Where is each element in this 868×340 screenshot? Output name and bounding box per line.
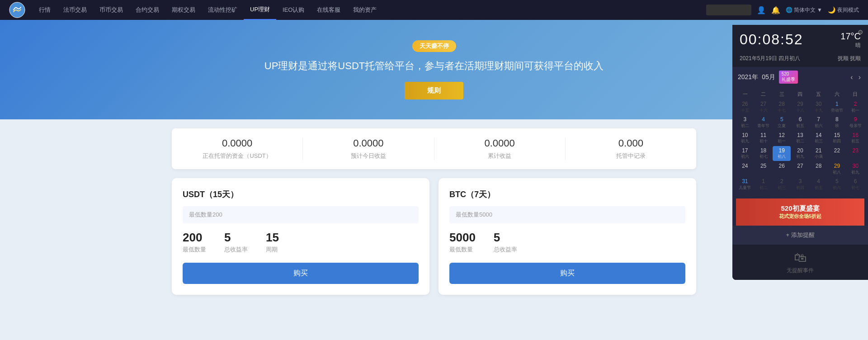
nav-item-up-finance[interactable]: UP理财 — [244, 0, 276, 20]
calendar-day[interactable]: 23 — [846, 146, 864, 161]
calendar-day[interactable]: 8班 — [828, 115, 846, 130]
calendar-day[interactable]: 27 — [791, 161, 809, 176]
product-usdt: USDT（15天） 最低数量200 200 最低数量 5 总收益率 15 周期 … — [172, 178, 429, 295]
nav-item-assets[interactable]: 我的资产 — [347, 0, 383, 20]
nav-user-placeholder — [706, 5, 751, 15]
calendar-day[interactable]: 12初一 — [773, 131, 791, 146]
events-section: 🛍 无提醒事件 — [732, 245, 868, 280]
stat-label-today: 预计今日收益 — [303, 152, 434, 160]
calendar-day[interactable]: 4初五 — [810, 177, 828, 192]
month-label: 2021年 05月 520礼盛季 — [738, 71, 798, 84]
weekday-mon: 一 — [736, 91, 755, 98]
usdt-yield-value: 5 — [224, 231, 248, 245]
nav-item-market[interactable]: 行情 — [33, 0, 57, 20]
nav-item-spot[interactable]: 币币交易 — [93, 0, 129, 20]
night-mode-toggle[interactable]: 🌙 夜间模式 — [828, 6, 859, 14]
calendar-day[interactable]: 21小满 — [810, 146, 828, 161]
promotion-badge: 520礼盛季 — [779, 71, 798, 84]
nav-item-fiat[interactable]: 法币交易 — [57, 0, 93, 20]
calendar-day[interactable]: 24 — [736, 161, 754, 176]
calendar-day[interactable]: 30初九 — [846, 161, 864, 176]
products-section: USDT（15天） 最低数量200 200 最低数量 5 总收益率 15 周期 … — [172, 178, 696, 295]
nav-item-liquidity[interactable]: 流动性挖矿 — [202, 0, 244, 20]
calendar-day[interactable]: 5立夏 — [773, 115, 791, 130]
btc-yield-label: 总收益率 — [494, 246, 517, 254]
location-text: 抚顺 抚顺 — [838, 55, 861, 62]
stat-total-income: 0.0000 累计收益 — [434, 137, 566, 160]
calendar-day[interactable]: 3初二 — [736, 115, 754, 130]
volume-icon[interactable]: 🔔 — [771, 6, 780, 14]
btc-stat-yield: 5 总收益率 — [494, 231, 517, 254]
stat-value-records: 0.000 — [566, 137, 696, 149]
calendar-day[interactable]: 1劳动节 — [828, 99, 846, 114]
stat-value-today: 0.0000 — [303, 137, 434, 149]
calendar-day[interactable]: 20初九 — [791, 146, 809, 161]
product-btc-min-hint: 最低数量5000 — [449, 206, 685, 223]
calendar-day[interactable]: 29十八 — [791, 99, 809, 114]
calendar-day[interactable]: 26十五 — [736, 99, 754, 114]
calendar-day[interactable]: 25 — [755, 161, 773, 176]
calendar-day[interactable]: 5初六 — [828, 177, 846, 192]
calendar-widget: ⚙ 00:08:52 17°C 晴 2021年5月19日 四月初八 抚顺 抚顺 … — [732, 25, 868, 280]
promotional-banner[interactable]: 520初夏盛宴 花式宠你全场5折起 — [736, 198, 864, 226]
stats-bar: 0.0000 正在托管的资金（USDT） 0.0000 预计今日收益 0.000… — [172, 128, 696, 169]
buy-usdt-button[interactable]: 购买 — [183, 263, 419, 284]
calendar-day[interactable]: 6初五 — [791, 115, 809, 130]
calendar-day[interactable]: 29初八 — [828, 161, 846, 176]
btc-yield-value: 5 — [494, 231, 517, 245]
calendar-day[interactable]: 28 — [810, 161, 828, 176]
calendar-header: 00:08:52 17°C 晴 — [732, 25, 868, 53]
rules-button[interactable]: 规则 — [405, 82, 463, 99]
calendar-day[interactable]: 18初七 — [755, 146, 773, 161]
calendar-day[interactable]: 17初六 — [736, 146, 754, 161]
calendar-day[interactable]: 28十七 — [773, 99, 791, 114]
nav-right: 👤 🔔 🌐 简体中文 ▼ 🌙 夜间模式 — [706, 5, 859, 15]
calendar-day[interactable]: 7初六 — [810, 115, 828, 130]
buy-btc-button[interactable]: 购买 — [449, 263, 685, 284]
calendar-day[interactable]: 1初二 — [755, 177, 773, 192]
calendar-day[interactable]: 13初二 — [791, 131, 809, 146]
product-usdt-title: USDT（15天） — [183, 189, 419, 200]
usdt-stat-yield: 5 总收益率 — [224, 231, 248, 254]
calendar-day[interactable]: 3初四 — [791, 177, 809, 192]
nav-items: 行情 法币交易 币币交易 合约交易 期权交易 流动性挖矿 UP理财 IEO认购 … — [33, 0, 706, 20]
calendar-day[interactable]: 10初九 — [736, 131, 754, 146]
calendar-day[interactable]: 31儿童节 — [736, 177, 754, 192]
calendar-day[interactable]: 22 — [828, 146, 846, 161]
calendar-day[interactable]: 30十九 — [810, 99, 828, 114]
usdt-yield-label: 总收益率 — [224, 246, 248, 254]
banner-text: 520初夏盛宴 花式宠你全场5折起 — [779, 203, 821, 220]
weather-description: 晴 — [840, 42, 861, 49]
calendar-day[interactable]: 27十六 — [755, 99, 773, 114]
calendar-day[interactable]: 11初十 — [755, 131, 773, 146]
next-month-button[interactable]: › — [857, 73, 863, 81]
logo[interactable] — [9, 2, 25, 18]
product-usdt-min-hint: 最低数量200 — [183, 206, 419, 223]
calendar-day[interactable]: 16初五 — [846, 131, 864, 146]
btc-min-qty-label: 最低数量 — [449, 246, 476, 254]
calendar-settings-icon[interactable]: ⚙ — [858, 28, 863, 36]
no-events-text: 无提醒事件 — [740, 267, 861, 274]
nav-item-support[interactable]: 在线客服 — [311, 0, 347, 20]
usdt-period-value: 15 — [266, 231, 279, 245]
calendar-day[interactable]: 9母亲节 — [846, 115, 864, 130]
prev-month-button[interactable]: ‹ — [849, 73, 854, 81]
nav-item-ieo[interactable]: IEO认购 — [276, 0, 311, 20]
calendar-day[interactable]: 6初七 — [846, 177, 864, 192]
add-reminder-button[interactable]: + 添加提醒 — [732, 226, 868, 245]
calendar-day[interactable]: 2初一 — [846, 99, 864, 114]
language-selector[interactable]: 🌐 简体中文 ▼ — [786, 6, 822, 14]
calendar-day[interactable]: 19初八 — [773, 146, 791, 161]
calendar-day[interactable]: 2初三 — [773, 177, 791, 192]
calendar-day[interactable]: 4青年节 — [755, 115, 773, 130]
calendar-date-row: 2021年5月19日 四月初八 抚顺 抚顺 — [732, 53, 868, 67]
calendar-day[interactable]: 15初四 — [828, 131, 846, 146]
weekday-headers: 一 二 三 四 五 六 日 — [736, 89, 864, 99]
moon-icon: 🌙 — [828, 6, 835, 14]
user-icon[interactable]: 👤 — [757, 6, 766, 14]
nav-item-options[interactable]: 期权交易 — [165, 0, 202, 20]
nav-item-contract[interactable]: 合约交易 — [129, 0, 165, 20]
product-btc: BTC（7天） 最低数量5000 5000 最低数量 5 总收益率 购买 — [439, 178, 696, 295]
calendar-day[interactable]: 14初三 — [810, 131, 828, 146]
calendar-day[interactable]: 26 — [773, 161, 791, 176]
